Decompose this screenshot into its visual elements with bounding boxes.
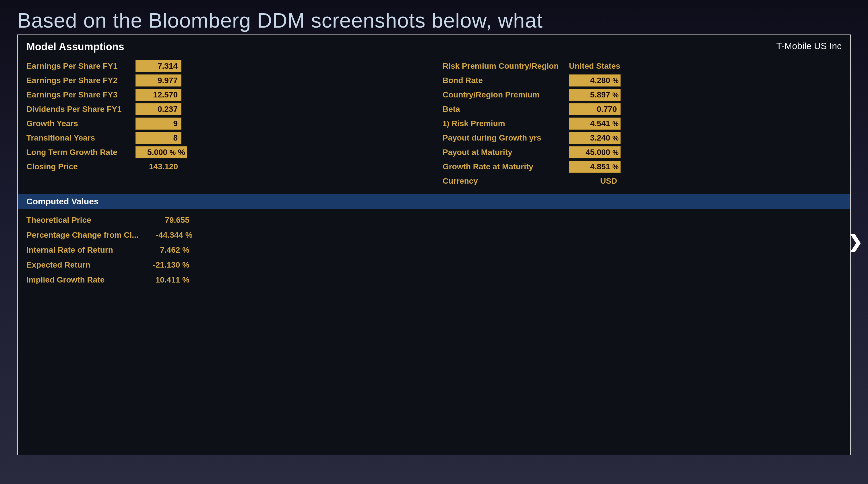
transitional-years-label: Transitional Years (26, 133, 135, 143)
risk-premium-country-label: Risk Premium Country/Region (443, 61, 569, 71)
irr-row: Internal Rate of Return 7.462 % (26, 244, 842, 256)
eps-fy3-row: Earnings Per Share FY3 12.570 (26, 88, 425, 101)
risk-premium-label: 1) Risk Premium (443, 119, 569, 128)
growth-rate-maturity-label: Growth Rate at Maturity (443, 162, 569, 171)
page-title: Based on the Bloomberg DDM screenshots b… (17, 9, 543, 32)
ltgr-label: Long Term Growth Rate (26, 148, 135, 157)
closing-price-label: Closing Price (26, 162, 135, 171)
risk-premium-value: 4.541 % (569, 118, 621, 130)
eps-fy1-row: Earnings Per Share FY1 7.314 (26, 60, 425, 73)
payout-growth-row: Payout during Growth yrs 3.240 % (443, 132, 842, 144)
payout-growth-value: 3.240 % (569, 132, 621, 144)
transitional-years-row: Transitional Years 8 (26, 132, 425, 144)
eps-fy3-value: 12.570 (135, 89, 181, 101)
model-assumptions-title: Model Assumptions (26, 41, 124, 53)
right-column: Risk Premium Country/Region United State… (443, 60, 842, 189)
eps-fy2-row: Earnings Per Share FY2 9.977 (26, 74, 425, 87)
currency-value: USD (569, 176, 621, 186)
left-column: Earnings Per Share FY1 7.314 Earnings Pe… (26, 60, 425, 189)
implied-growth-label: Implied Growth Rate (26, 275, 135, 285)
pct-change-row: Percentage Change from Cl... -44.344 % (26, 229, 842, 241)
theoretical-price-value: 79.655 (135, 215, 193, 226)
eps-fy2-value: 9.977 (135, 75, 181, 86)
country-region-premium-row: Country/Region Premium 5.897 % (443, 88, 842, 101)
implied-growth-value: 10.411 % (135, 274, 193, 286)
eps-fy1-label: Earnings Per Share FY1 (26, 61, 135, 71)
expected-return-label: Expected Return (26, 260, 135, 269)
content-area: Earnings Per Share FY1 7.314 Earnings Pe… (26, 60, 842, 189)
growth-years-value: 9 (135, 118, 181, 130)
bond-rate-value: 4.280 % (569, 75, 621, 86)
dps-fy1-row: Dividends Per Share FY1 0.237 (26, 103, 425, 116)
computed-values-title: Computed Values (26, 197, 99, 206)
payout-maturity-row: Payout at Maturity 45.000 % (443, 146, 842, 159)
computed-values-section: Computed Values (18, 194, 850, 209)
eps-fy3-label: Earnings Per Share FY3 (26, 90, 135, 99)
eps-fy2-label: Earnings Per Share FY2 (26, 76, 135, 85)
dps-fy1-label: Dividends Per Share FY1 (26, 105, 135, 114)
dps-fy1-value: 0.237 (135, 103, 181, 115)
risk-premium-row: 1) Risk Premium 4.541 % (443, 117, 842, 130)
country-region-premium-value: 5.897 % (569, 89, 621, 101)
growth-rate-maturity-row: Growth Rate at Maturity 4.851 % (443, 160, 842, 173)
irr-label: Internal Rate of Return (26, 246, 135, 255)
beta-label: Beta (443, 105, 569, 114)
growth-years-row: Growth Years 9 (26, 117, 425, 130)
ltgr-row: Long Term Growth Rate 5.000 % (26, 146, 425, 159)
eps-fy1-value: 7.314 (135, 60, 181, 72)
company-name: T-Mobile US Inc (776, 41, 842, 52)
risk-premium-country-row: Risk Premium Country/Region United State… (443, 60, 842, 73)
ltgr-value: 5.000 % (135, 146, 187, 159)
bond-rate-row: Bond Rate 4.280 % (443, 74, 842, 87)
theoretical-price-label: Theoretical Price (26, 216, 135, 225)
transitional-years-value: 8 (135, 132, 181, 144)
closing-price-value: 143.120 (135, 161, 181, 172)
payout-maturity-label: Payout at Maturity (443, 148, 569, 157)
expected-return-row: Expected Return -21.130 % (26, 259, 842, 271)
growth-rate-maturity-value: 4.851 % (569, 161, 621, 173)
currency-row: Currency USD (443, 175, 842, 188)
panel-header: Model Assumptions T-Mobile US Inc (26, 41, 842, 53)
growth-years-label: Growth Years (26, 119, 135, 128)
main-panel: Model Assumptions T-Mobile US Inc Earnin… (17, 34, 851, 455)
theoretical-price-row: Theoretical Price 79.655 (26, 214, 842, 226)
closing-price-row: Closing Price 143.120 (26, 160, 425, 173)
payout-maturity-value: 45.000 % (569, 146, 621, 159)
risk-premium-country-value: United States (569, 60, 620, 72)
pct-change-label: Percentage Change from Cl... (26, 230, 138, 240)
risk-premium-indicator: 1) (443, 119, 449, 128)
payout-growth-label: Payout during Growth yrs (443, 133, 569, 143)
beta-value: 0.770 (569, 103, 621, 115)
expected-return-value: -21.130 % (135, 259, 193, 271)
bond-rate-label: Bond Rate (443, 76, 569, 85)
next-arrow-icon[interactable]: ❯ (848, 232, 862, 252)
currency-label: Currency (443, 176, 569, 186)
irr-value: 7.462 % (135, 244, 193, 256)
country-region-premium-label: Country/Region Premium (443, 90, 569, 99)
pct-change-value: -44.344 % (138, 229, 196, 241)
beta-row: Beta 0.770 (443, 103, 842, 116)
implied-growth-row: Implied Growth Rate 10.411 % (26, 274, 842, 286)
